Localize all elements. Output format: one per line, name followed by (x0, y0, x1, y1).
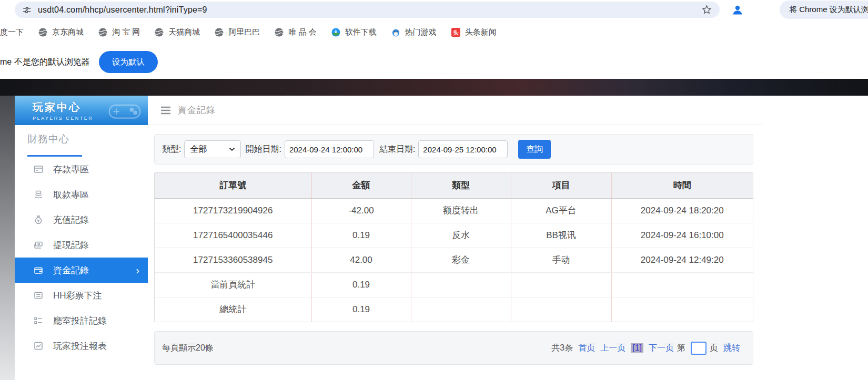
screen: usdt04.com/hhcp/usercenter.html?iniType=… (0, 0, 868, 380)
bookmark-item[interactable]: 度一下 (0, 27, 24, 37)
address-bar[interactable]: usdt04.com/hhcp/usercenter.html?iniType=… (15, 2, 720, 18)
start-date-label: 開始日期: (245, 144, 281, 155)
hot-games-icon (391, 28, 400, 37)
background-image-strip (0, 79, 868, 96)
page-jump-input[interactable] (691, 342, 706, 355)
type-select-value: 全部 (190, 144, 207, 155)
report-icon (33, 341, 44, 351)
default-browser-text: me 不是您的默认浏览器 (0, 45, 90, 79)
table-summary-row-page: 當前頁統計0.19 (155, 272, 753, 297)
sidebar-item-funds[interactable]: 資金記錄 › (15, 258, 148, 283)
globe-icon (275, 28, 284, 37)
page-title: 資金記錄 (178, 104, 216, 116)
first-page-link[interactable]: 首页 (578, 343, 595, 354)
withdraw-icon (33, 189, 44, 200)
sidebar: 玩家中心 PLAYERS CENTER 財務中心 存款專區 取款專區 (15, 96, 148, 380)
toutiao-news-icon: 头 (451, 28, 460, 37)
bookmark-item[interactable]: 头 头条新闻 (451, 27, 497, 37)
current-page-indicator: [1] (631, 343, 643, 353)
table-summary-row-total: 總統計0.19 (155, 297, 753, 322)
jump-prefix-label: 第 (677, 343, 685, 354)
col-item: 項目 (511, 173, 611, 198)
jump-suffix-label: 页 (710, 343, 718, 354)
table-row: 1727173219904926-42.00额度转出AG平台2024-09-24… (155, 198, 753, 223)
cashout-icon (33, 240, 44, 250)
background-left-edge (0, 96, 15, 380)
next-page-link[interactable]: 下一页 (649, 343, 674, 354)
search-button[interactable]: 查詢 (518, 140, 551, 159)
chrome-set-default-label: 将 Chrome 设为默认浏览器 (789, 5, 868, 15)
bookmark-item[interactable]: 软件下载 (331, 27, 377, 37)
col-amount: 金額 (311, 173, 411, 198)
funds-table: 訂單號 金額 類型 項目 時間 1727173219904926-42.00额度… (155, 173, 753, 322)
col-order-no: 訂單號 (155, 173, 311, 198)
player-center-panel: 玩家中心 PLAYERS CENTER 財務中心 存款專區 取款專區 (15, 96, 764, 380)
funds-table-wrap: 訂單號 金額 類型 項目 時間 1727173219904926-42.00额度… (154, 172, 753, 322)
bookmark-item[interactable]: 阿里巴巴 (215, 27, 260, 37)
globe-icon (98, 28, 107, 37)
table-row: 172715336053894542.00彩金手动2024-09-24 12:4… (155, 248, 753, 272)
sidebar-section: 財務中心 (15, 125, 148, 157)
profile-avatar-icon[interactable] (730, 3, 745, 17)
set-default-button[interactable]: 设为默认 (99, 51, 158, 73)
end-date-input[interactable] (418, 140, 508, 158)
total-count-text: 共3条 (551, 343, 573, 354)
content-body: 類型: 全部 開始日期: 結束日期: 查詢 (148, 134, 764, 365)
sidebar-header-banner: 玩家中心 PLAYERS CENTER (15, 96, 148, 125)
browser-toolbar: usdt04.com/hhcp/usercenter.html?iniType=… (0, 0, 868, 19)
sidebar-item-bet-report[interactable]: 玩家投注報表 (15, 333, 148, 358)
sidebar-section-title: 財務中心 (22, 132, 148, 146)
hall-icon (33, 315, 44, 326)
filter-bar: 類型: 全部 開始日期: 結束日期: 查詢 (154, 134, 753, 165)
site-settings-icon[interactable] (22, 5, 32, 15)
type-label: 類型: (162, 144, 181, 155)
col-type: 類型 (411, 173, 511, 198)
sidebar-item-withdraw[interactable]: 取款專區 (15, 182, 148, 207)
bookmark-item[interactable]: 天猫商城 (155, 27, 200, 37)
globe-icon (215, 28, 224, 37)
lottery-icon (33, 290, 44, 301)
main-content: 資金記錄 類型: 全部 開始日期: 結束日期: 查詢 (148, 96, 764, 380)
prev-page-link[interactable]: 上一页 (600, 343, 625, 354)
funds-icon (33, 265, 44, 275)
page-size-text: 每頁顯示20條 (162, 343, 214, 354)
table-row: 17271654000354460.19反水BB视讯2024-09-24 16:… (155, 223, 753, 248)
bookmark-item[interactable]: 京东商城 (38, 27, 84, 37)
pager-controls: 共3条 首页 上一页 [1] 下一页 第 页 跳转 (551, 342, 740, 355)
globe-icon (155, 28, 164, 37)
start-date-input[interactable] (285, 140, 374, 158)
sidebar-item-lottery-bets[interactable]: HH彩票下注 (15, 283, 148, 308)
chevron-right-icon: › (136, 265, 139, 275)
menu-toggle-icon[interactable] (160, 106, 171, 115)
bookmarks-bar: 度一下 京东商城 淘 宝 网 天猫商城 阿里巴巴 唯 品 会 软件下载 热门游戏… (0, 19, 868, 45)
url-text[interactable]: usdt04.com/hhcp/usercenter.html?iniType=… (38, 5, 207, 15)
end-date-label: 結束日期: (379, 144, 415, 155)
table-header-row: 訂單號 金額 類型 項目 時間 (155, 173, 753, 198)
sidebar-item-hall-bet-records[interactable]: 廳室投註記錄 (15, 308, 148, 333)
bookmark-star-icon[interactable] (701, 4, 712, 15)
sidebar-item-cashout[interactable]: 提現記錄 (15, 232, 148, 258)
sidebar-item-deposit[interactable]: 存款專區 (15, 157, 148, 182)
content-header: 資金記錄 (148, 96, 764, 125)
bookmark-item[interactable]: 淘 宝 网 (98, 27, 140, 37)
default-browser-banner: me 不是您的默认浏览器 设为默认 (0, 45, 868, 79)
chrome-set-default-button[interactable]: 将 Chrome 设为默认浏览器 (780, 1, 868, 19)
gamepad-graphic (106, 99, 144, 123)
pagination-bar: 每頁顯示20條 共3条 首页 上一页 [1] 下一页 第 页 跳转 (154, 331, 753, 365)
chevron-down-icon (229, 147, 235, 151)
col-time: 時間 (611, 173, 753, 198)
software-download-icon (331, 28, 340, 37)
bookmark-item[interactable]: 热门游戏 (391, 27, 437, 37)
type-select[interactable]: 全部 (184, 140, 241, 158)
recharge-icon (33, 214, 44, 225)
svg-text:头: 头 (453, 29, 459, 35)
sidebar-item-recharge[interactable]: 充值記錄 (15, 207, 148, 232)
globe-icon (38, 28, 47, 37)
deposit-icon (33, 164, 44, 174)
bookmark-item[interactable]: 唯 品 会 (275, 27, 316, 37)
sidebar-menu: 存款專區 取款專區 充值記錄 提現記錄 資金記錄 › (15, 157, 148, 358)
jump-action-link[interactable]: 跳转 (723, 343, 740, 354)
